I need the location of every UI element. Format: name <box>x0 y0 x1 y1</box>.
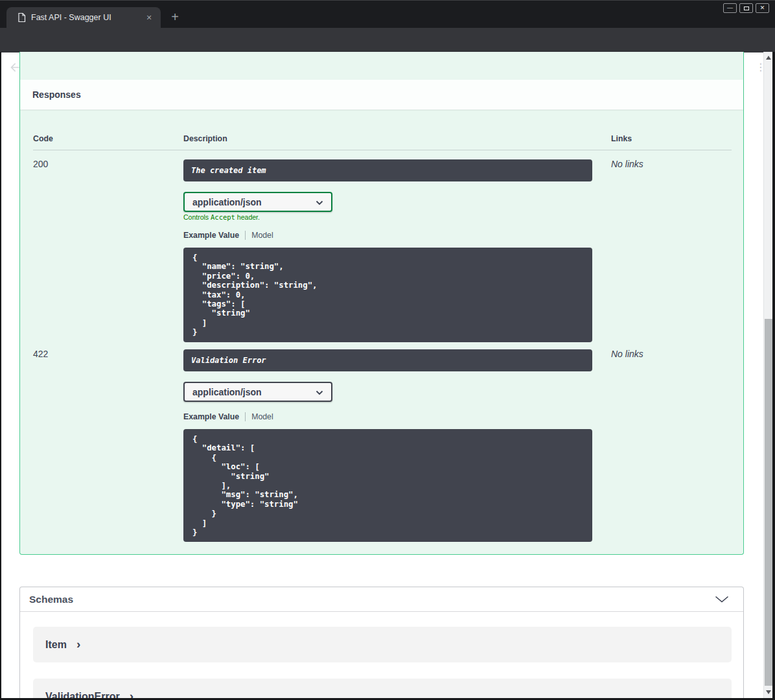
browser-window: Fast API - Swagger UI ✕ + — ✕ i 127.0.0.… <box>0 0 775 700</box>
scroll-up-icon[interactable] <box>766 56 771 60</box>
browser-toolbar: i 127.0.0.1:8000/docs ☆ ⋮ <box>0 28 775 52</box>
response-200-links: No links <box>611 159 643 169</box>
tab-model[interactable]: Model <box>251 412 273 421</box>
schemas-section: Schemas Item › ValidationError › <box>19 587 744 700</box>
browser-tab[interactable]: Fast API - Swagger UI ✕ <box>6 7 161 28</box>
example-json-422: { "detail": [ { "loc": [ "string" ], "ms… <box>183 429 592 542</box>
responses-section-header: Responses <box>20 80 743 110</box>
accept-header-note: Controls Accept header. <box>183 213 260 221</box>
media-type-value: application/json <box>192 387 262 397</box>
tab-model[interactable]: Model <box>251 231 273 240</box>
example-json-200: { "name": "string", "price": 0, "descrip… <box>183 248 592 342</box>
example-model-tabs-422: Example Value Model <box>183 412 273 421</box>
tab-example-value[interactable]: Example Value <box>183 412 239 421</box>
media-type-select-422[interactable]: application/json <box>183 382 332 402</box>
response-code-200: 200 <box>33 159 48 169</box>
column-header-description: Description <box>183 134 227 143</box>
maximize-icon <box>744 6 749 10</box>
browser-chrome: Fast API - Swagger UI ✕ + — ✕ i 127.0.0.… <box>0 0 775 52</box>
response-422-links: No links <box>611 349 643 359</box>
responses-title: Responses <box>32 89 81 100</box>
tab-title: Fast API - Swagger UI <box>31 13 141 22</box>
schema-name: Item <box>45 639 67 651</box>
close-icon: ✕ <box>760 5 765 11</box>
tab-divider <box>245 412 246 421</box>
schemas-title: Schemas <box>29 594 73 605</box>
media-type-select-200[interactable]: application/json <box>183 192 332 212</box>
new-tab-button[interactable]: + <box>167 9 183 25</box>
media-type-value: application/json <box>192 197 262 207</box>
column-header-code: Code <box>33 134 53 143</box>
chevron-down-icon <box>316 387 323 397</box>
window-maximize-button[interactable] <box>739 3 753 13</box>
column-header-links: Links <box>611 134 632 143</box>
accept-note-prefix: Controls <box>183 213 211 221</box>
schema-validationerror-row[interactable]: ValidationError › <box>33 679 732 700</box>
chevron-down-icon[interactable] <box>715 594 729 605</box>
accept-note-code: Accept <box>211 213 235 221</box>
example-json-422-code: { "detail": [ { "loc": [ "string" ], "ms… <box>192 434 583 537</box>
example-json-200-code: { "name": "string", "price": 0, "descrip… <box>192 253 583 337</box>
response-200-description: The created item <box>183 159 592 181</box>
page-favicon-icon <box>17 12 27 25</box>
example-model-tabs-200: Example Value Model <box>183 231 273 240</box>
chevron-down-icon <box>316 197 323 207</box>
tab-example-value[interactable]: Example Value <box>183 231 239 240</box>
accept-note-suffix: header. <box>235 213 260 221</box>
scrollbar-thumb[interactable] <box>765 319 772 686</box>
tab-divider <box>245 231 246 240</box>
response-422-description: Validation Error <box>183 349 592 371</box>
window-border-right <box>772 52 775 700</box>
table-header-divider <box>33 150 732 150</box>
tab-close-icon[interactable]: ✕ <box>144 12 154 23</box>
page-scrollbar[interactable] <box>763 52 772 700</box>
schema-item-row[interactable]: Item › <box>33 627 732 662</box>
schemas-header[interactable]: Schemas <box>20 587 743 612</box>
minimize-icon: — <box>727 5 733 11</box>
window-close-button[interactable]: ✕ <box>756 3 769 13</box>
opblock-post-responses: Responses Code Description Links 200 The… <box>19 52 744 555</box>
scroll-down-icon[interactable] <box>766 690 771 694</box>
window-border-left <box>0 52 1 700</box>
window-minimize-button[interactable]: — <box>723 3 737 13</box>
chevron-right-icon: › <box>76 638 80 652</box>
response-code-422: 422 <box>33 349 48 359</box>
